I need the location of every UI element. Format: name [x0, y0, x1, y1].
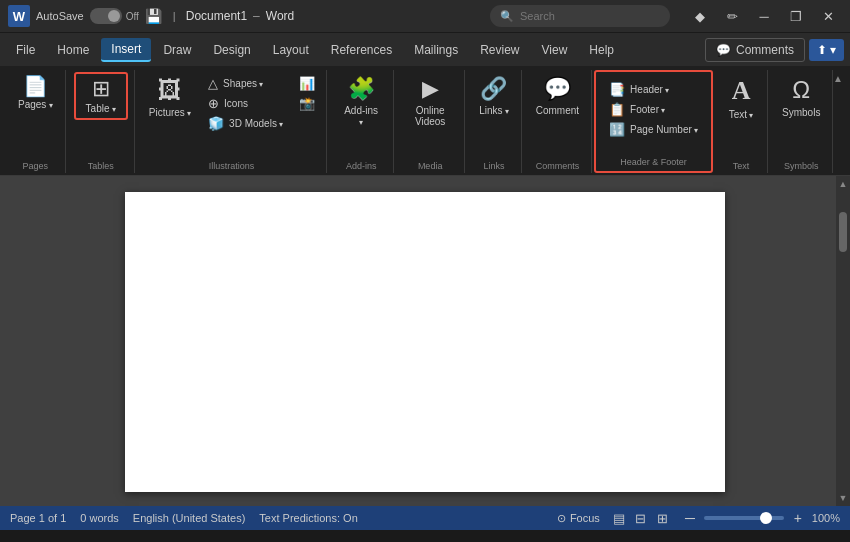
- search-icon: 🔍: [500, 10, 514, 23]
- text-items: A Text: [721, 72, 761, 157]
- tables-items: ⊞ Table: [74, 72, 128, 157]
- menu-design[interactable]: Design: [203, 39, 260, 61]
- text-predictions[interactable]: Text Predictions: On: [259, 512, 357, 524]
- menu-draw[interactable]: Draw: [153, 39, 201, 61]
- comment-button[interactable]: 💬 Comment: [530, 72, 585, 120]
- toggle-track[interactable]: [90, 8, 122, 24]
- ribbon-group-media: ▶ Online Videos Media: [396, 70, 465, 173]
- scroll-down-arrow[interactable]: ▼: [836, 490, 850, 506]
- app-name: Word: [266, 9, 294, 23]
- icons-icon: ⊕: [208, 96, 219, 111]
- illustrations-extra: 📊 📸: [294, 74, 320, 113]
- illustrations-items: 🖼 Pictures △ Shapes ⊕ Icons 🧊 3D Models: [143, 72, 320, 157]
- search-box[interactable]: 🔍 Search: [490, 5, 670, 27]
- links-label: Links: [479, 105, 509, 116]
- symbols-group-label: Symbols: [784, 157, 819, 171]
- shapes-button[interactable]: △ Shapes: [203, 74, 288, 93]
- zoom-slider[interactable]: [704, 516, 784, 520]
- minimize-button[interactable]: ─: [750, 2, 778, 30]
- pen-button[interactable]: ✏: [718, 2, 746, 30]
- screenshot-icon: 📸: [299, 96, 315, 111]
- media-items: ▶ Online Videos: [402, 72, 458, 157]
- header-button[interactable]: 📑 Header: [604, 80, 703, 99]
- shapes-icon: △: [208, 76, 218, 91]
- comments-label: Comments: [736, 43, 794, 57]
- tables-group-label: Tables: [88, 157, 114, 171]
- footer-button[interactable]: 📋 Footer: [604, 100, 703, 119]
- menu-mailings[interactable]: Mailings: [404, 39, 468, 61]
- ribbon-group-comments: 💬 Comment Comments: [524, 70, 592, 173]
- ribbon: 📄 Pages Pages ⊞ Table Tables 🖼 Pictures …: [0, 66, 850, 176]
- addins-items: 🧩 Add-ins: [335, 72, 387, 157]
- symbols-label: Symbols: [782, 107, 820, 118]
- zoom-out-button[interactable]: ─: [682, 510, 698, 526]
- read-mode-icon[interactable]: ⊞: [654, 509, 672, 527]
- chart-icon: 📊: [299, 76, 315, 91]
- layout-view-icons: ▤ ⊟ ⊞: [610, 509, 672, 527]
- screenshot-button[interactable]: 📸: [294, 94, 320, 113]
- menu-home[interactable]: Home: [47, 39, 99, 61]
- addins-label: Add-ins: [341, 105, 381, 127]
- chart-button[interactable]: 📊: [294, 74, 320, 93]
- shapes-label: Shapes: [223, 78, 263, 89]
- header-label: Header: [630, 84, 669, 95]
- page-number-button[interactable]: 🔢 Page Number: [604, 120, 703, 139]
- restore-button[interactable]: ❐: [782, 2, 810, 30]
- ribbon-group-text: A Text Text: [715, 70, 768, 173]
- text-label: Text: [729, 109, 754, 120]
- menu-references[interactable]: References: [321, 39, 402, 61]
- web-layout-icon[interactable]: ⊟: [632, 509, 650, 527]
- menu-help[interactable]: Help: [579, 39, 624, 61]
- addins-button[interactable]: 🧩 Add-ins: [335, 72, 387, 131]
- menu-review[interactable]: Review: [470, 39, 529, 61]
- diamond-button[interactable]: ◆: [686, 2, 714, 30]
- online-videos-button[interactable]: ▶ Online Videos: [402, 72, 458, 131]
- text-button[interactable]: A Text: [721, 72, 761, 124]
- comment-label: Comment: [536, 105, 579, 116]
- pages-button[interactable]: 📄 Pages: [12, 72, 59, 114]
- page-info[interactable]: Page 1 of 1: [10, 512, 66, 524]
- 3dmodels-button[interactable]: 🧊 3D Models: [203, 114, 288, 133]
- vertical-scrollbar[interactable]: ▲ ▼: [836, 176, 850, 506]
- menu-layout[interactable]: Layout: [263, 39, 319, 61]
- table-button[interactable]: ⊞ Table: [74, 72, 128, 120]
- icons-button[interactable]: ⊕ Icons: [203, 94, 288, 113]
- ribbon-expand-button[interactable]: ▲: [830, 70, 846, 86]
- footer-icon: 📋: [609, 102, 625, 117]
- links-button[interactable]: 🔗 Links: [473, 72, 515, 120]
- menu-file[interactable]: File: [6, 39, 45, 61]
- document-page: [125, 192, 725, 492]
- media-icon: ▶: [422, 76, 439, 102]
- focus-label[interactable]: Focus: [570, 512, 600, 524]
- language[interactable]: English (United States): [133, 512, 246, 524]
- zoom-in-button[interactable]: +: [790, 510, 806, 526]
- ribbon-group-links: 🔗 Links Links: [467, 70, 522, 173]
- zoom-percent[interactable]: 100%: [812, 512, 840, 524]
- ribbon-group-addins: 🧩 Add-ins Add-ins: [329, 70, 394, 173]
- page-number-icon: 🔢: [609, 122, 625, 137]
- focus-icon[interactable]: ⊙: [557, 512, 566, 525]
- app-name-separator: –: [253, 9, 260, 23]
- save-icon[interactable]: 💾: [145, 7, 163, 25]
- word-count[interactable]: 0 words: [80, 512, 119, 524]
- comments-button[interactable]: 💬 Comments: [705, 38, 805, 62]
- symbols-button[interactable]: Ω Symbols: [776, 72, 826, 122]
- share-button[interactable]: ⬆ ▾: [809, 39, 844, 61]
- close-button[interactable]: ✕: [814, 2, 842, 30]
- scroll-thumb[interactable]: [839, 212, 847, 252]
- zoom-slider-thumb[interactable]: [760, 512, 772, 524]
- print-layout-icon[interactable]: ▤: [610, 509, 628, 527]
- pages-group-label: Pages: [23, 157, 49, 171]
- menu-view[interactable]: View: [532, 39, 578, 61]
- scroll-up-arrow[interactable]: ▲: [836, 176, 850, 192]
- toggle-thumb: [108, 10, 120, 22]
- autosave-toggle[interactable]: Off: [90, 8, 139, 24]
- header-footer-items: 📑 Header 📋 Footer 🔢 Page Number: [604, 80, 703, 139]
- menu-insert[interactable]: Insert: [101, 38, 151, 62]
- toggle-off-label: Off: [126, 11, 139, 22]
- pictures-button[interactable]: 🖼 Pictures: [143, 72, 197, 122]
- table-icon: ⊞: [92, 78, 110, 100]
- ribbon-group-tables: ⊞ Table Tables: [68, 70, 135, 173]
- media-label: Online Videos: [408, 105, 452, 127]
- table-label: Table: [86, 103, 116, 114]
